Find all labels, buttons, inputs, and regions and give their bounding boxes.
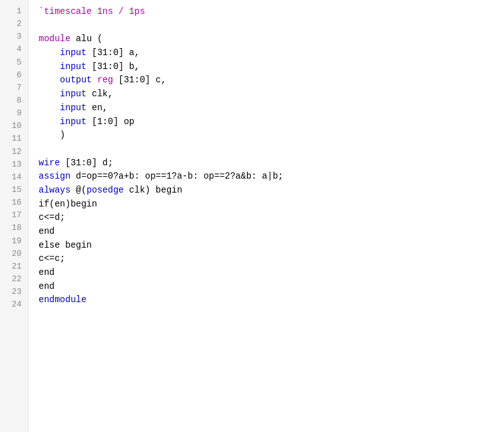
code-line: output reg [31:0] c,: [39, 73, 504, 87]
code-line: input en,: [39, 101, 504, 115]
line-number: 17: [0, 209, 28, 222]
line-number: 13: [0, 158, 28, 171]
code-line: always @(posedge clk) begin: [39, 184, 504, 198]
line-number: 24: [0, 298, 28, 311]
line-number: 23: [0, 286, 28, 298]
line-number: 14: [0, 171, 28, 184]
line-number: 16: [0, 196, 28, 209]
code-line: `timescale 1ns / 1ps: [39, 5, 504, 19]
code-line: [39, 143, 504, 156]
line-number: 6: [0, 69, 28, 82]
line-number: 9: [0, 107, 28, 120]
code-line: input [31:0] a,: [39, 46, 504, 60]
code-line: else begin: [39, 239, 504, 253]
code-line: end: [39, 225, 504, 239]
code-line: wire [31:0] d;: [39, 156, 504, 170]
line-number: 21: [0, 260, 28, 273]
line-number: 22: [0, 273, 28, 286]
line-number: 10: [0, 120, 28, 132]
line-number: 18: [0, 222, 28, 234]
code-line: if(en)begin: [39, 198, 504, 212]
code-line: c<=d;: [39, 211, 504, 225]
line-number: 2: [0, 18, 28, 30]
code-line: [39, 307, 504, 321]
code-line: end: [39, 280, 504, 294]
code-line: ): [39, 129, 504, 143]
line-number: 12: [0, 146, 28, 158]
code-line: assign d=op==0?a+b: op==1?a-b: op==2?a&b…: [39, 170, 504, 184]
line-number: 3: [0, 30, 28, 43]
line-number: 19: [0, 235, 28, 248]
line-number: 1: [0, 5, 28, 18]
code-editor: 123456789101112131415161718192021222324 …: [0, 0, 504, 432]
code-line: c<=c;: [39, 252, 504, 266]
line-number: 4: [0, 43, 28, 56]
line-number: 11: [0, 132, 28, 145]
code-line: input [31:0] b,: [39, 60, 504, 74]
line-numbers: 123456789101112131415161718192021222324: [0, 0, 28, 432]
code-line: module alu (: [39, 32, 504, 46]
code-line: endmodule: [39, 293, 504, 307]
line-number: 5: [0, 56, 28, 69]
line-number: 15: [0, 184, 28, 196]
code-content[interactable]: `timescale 1ns / 1ps module alu ( input …: [28, 0, 504, 432]
code-line: input clk,: [39, 87, 504, 101]
code-line: end: [39, 266, 504, 280]
line-number: 7: [0, 82, 28, 94]
line-number: 8: [0, 94, 28, 107]
line-number: 20: [0, 248, 28, 260]
code-line: input [1:0] op: [39, 115, 504, 129]
code-line: [39, 19, 504, 33]
code-line: [39, 321, 504, 335]
